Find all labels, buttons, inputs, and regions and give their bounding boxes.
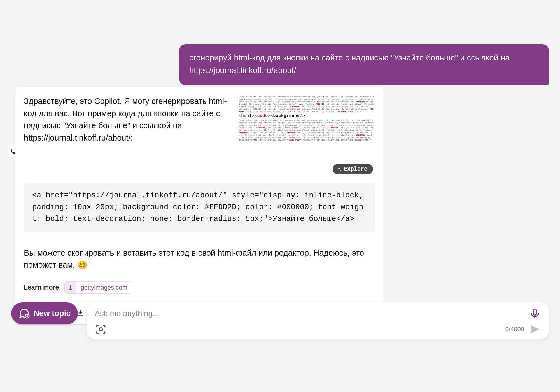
user-message-bubble: сгенерируй html-код для кнопки на сайте … xyxy=(179,44,549,85)
new-topic-chat-icon xyxy=(18,308,30,319)
learn-more-row: Learn more 1 gettyimages.com xyxy=(24,281,375,294)
microphone-button[interactable] xyxy=(529,307,541,320)
new-topic-label: New topic xyxy=(34,309,71,318)
decorative-code-noise: "width=device-wid content="viewport" con… xyxy=(239,119,375,141)
learn-more-label: Learn more xyxy=(24,284,59,291)
assistant-response-card: Здравствуйте, это Copilot. Я могу сгенер… xyxy=(15,87,384,324)
char-counter: 0/4000 xyxy=(505,326,524,333)
new-topic-button[interactable]: New topic xyxy=(11,302,78,324)
send-button[interactable] xyxy=(529,323,541,335)
send-icon xyxy=(529,323,541,335)
svg-rect-1 xyxy=(12,149,15,152)
image-tagline: <html><code><background/> xyxy=(239,114,375,119)
microphone-icon xyxy=(529,307,541,320)
svg-point-6 xyxy=(99,328,102,331)
message-composer: 0/4000 xyxy=(87,302,549,339)
message-input[interactable] xyxy=(95,309,525,318)
svg-rect-5 xyxy=(533,309,536,315)
scan-icon xyxy=(95,323,107,335)
code-block[interactable]: <a href="https://journal.tinkoff.ru/abou… xyxy=(24,183,375,232)
decorative-code-noise: wd0h, hsinitial-scale=1"<link rel="profi… xyxy=(239,96,375,113)
assistant-intro-text: Здравствуйте, это Copilot. Я могу сгенер… xyxy=(24,95,230,144)
citation-domain: gettyimages.com xyxy=(76,282,132,293)
image-explore-button[interactable]: Explore xyxy=(333,164,373,174)
citation-chip[interactable]: 1 gettyimages.com xyxy=(64,281,132,294)
explore-label: Explore xyxy=(344,166,367,172)
citation-index: 1 xyxy=(65,282,76,293)
image-input-button[interactable] xyxy=(95,323,107,335)
sparkle-icon xyxy=(337,167,342,172)
assistant-outro-text: Вы можете скопировать и вставить этот ко… xyxy=(24,247,375,271)
code-text: <a href="https://journal.tinkoff.ru/abou… xyxy=(32,191,368,223)
response-image[interactable]: wd0h, hsinitial-scale=1"<link rel="profi… xyxy=(238,95,375,176)
user-message-text: сгенерируй html-код для кнопки на сайте … xyxy=(189,53,510,75)
